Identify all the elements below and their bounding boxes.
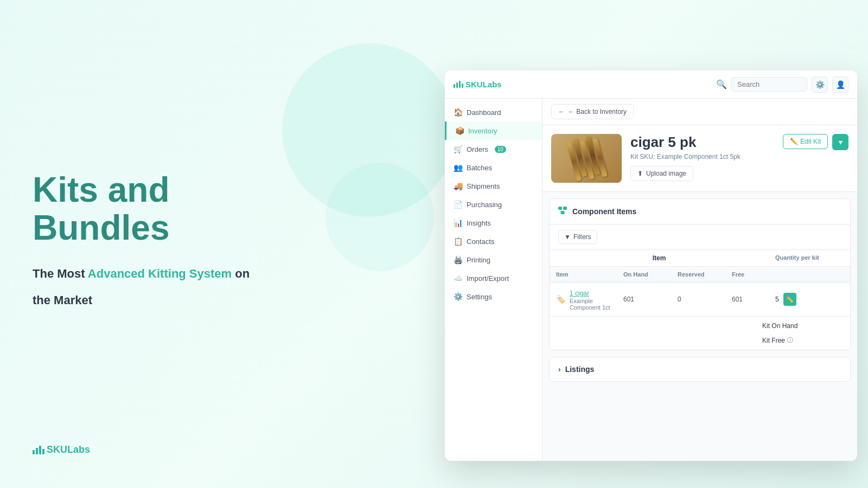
subtitle-normal: The Most bbox=[33, 266, 88, 280]
sidebar-item-inventory[interactable]: 📦 Inventory bbox=[445, 121, 542, 140]
app-bar-2 bbox=[456, 82, 458, 88]
sidebar-label-orders: Orders bbox=[467, 145, 488, 153]
filter-icon: ▼ bbox=[564, 233, 571, 241]
app-bar-3 bbox=[459, 81, 461, 88]
sidebar-item-settings[interactable]: ⚙️ Settings bbox=[445, 287, 542, 306]
bottom-logo: SKULabs bbox=[33, 444, 90, 455]
app-logo-bars bbox=[454, 81, 463, 88]
sidebar-item-dashboard[interactable]: 🏠 Dashboard bbox=[445, 103, 542, 121]
upload-btn-label: Upload image bbox=[646, 170, 686, 177]
col-free: Free bbox=[725, 267, 769, 282]
dashboard-icon: 🏠 bbox=[454, 108, 462, 117]
kit-on-hand-label: Kit On Hand bbox=[762, 320, 844, 332]
listings-section: › Listings bbox=[549, 357, 851, 382]
sidebar-label-dashboard: Dashboard bbox=[467, 108, 501, 117]
kit-free-row: Kit Free ⓘ bbox=[556, 334, 844, 346]
item-sub-text: Example Component 1ct bbox=[570, 298, 610, 311]
edit-kit-button[interactable]: ✏️ Edit Kit bbox=[783, 134, 828, 149]
kit-free-text: Kit Free bbox=[762, 337, 785, 344]
app-body: 🏠 Dashboard 📦 Inventory 🛒 Orders 10 👥 Ba… bbox=[445, 99, 857, 461]
kit-free-info-icon[interactable]: ⓘ bbox=[787, 336, 793, 344]
component-icon bbox=[558, 207, 568, 216]
sidebar-item-printing[interactable]: 🖨️ Printing bbox=[445, 251, 542, 269]
search-icon[interactable]: 🔍 bbox=[716, 79, 727, 89]
logo-labs: Labs bbox=[67, 444, 90, 455]
back-to-inventory-button[interactable]: ← ← Back to Inventory bbox=[551, 104, 634, 119]
kit-title: cigar 5 pk bbox=[630, 134, 774, 151]
sidebar-label-purchasing: Purchasing bbox=[467, 201, 502, 209]
kit-info: cigar 5 pk Kit SKU: Example Component 1c… bbox=[630, 134, 774, 181]
edit-qty-button[interactable]: ✏️ bbox=[783, 293, 796, 306]
sidebar-label-contacts: Contacts bbox=[467, 237, 494, 246]
tag-icon: 🏷️ bbox=[556, 295, 565, 304]
sidebar-item-import-export[interactable]: ☁️ Import/Export bbox=[445, 269, 542, 287]
svg-rect-0 bbox=[558, 207, 562, 210]
kit-on-hand-row: Kit On Hand bbox=[556, 320, 844, 332]
edit-icon: ✏️ bbox=[790, 138, 798, 145]
sidebar-label-settings: Settings bbox=[467, 293, 492, 301]
sidebar-item-batches[interactable]: 👥 Batches bbox=[445, 158, 542, 177]
inventory-icon: 📦 bbox=[455, 126, 464, 135]
row-item-cell: 🏷️ 1 cigar Example Component 1ct bbox=[550, 282, 617, 316]
sidebar-item-purchasing[interactable]: 📄 Purchasing bbox=[445, 195, 542, 214]
logo-bar-3 bbox=[39, 446, 41, 454]
printing-icon: 🖨️ bbox=[454, 255, 462, 264]
svg-rect-2 bbox=[561, 211, 565, 214]
sidebar-item-insights[interactable]: 📊 Insights bbox=[445, 214, 542, 232]
kit-sku-value: Example Component 1ct 5pk bbox=[657, 153, 741, 160]
sidebar-label-shipments: Shipments bbox=[467, 182, 500, 190]
sidebar-label-printing: Printing bbox=[467, 256, 490, 264]
main-content: ← ← Back to Inventory ci bbox=[542, 99, 857, 461]
col-reserved: Reserved bbox=[671, 267, 725, 282]
top-bar: SKULabs 🔍 ⚙️ 👤 bbox=[445, 70, 857, 99]
user-icon-btn[interactable]: 👤 bbox=[832, 76, 848, 93]
app-logo-sku: SKU bbox=[465, 80, 483, 89]
edit-kit-label: Edit Kit bbox=[800, 138, 821, 145]
row-free: 601 bbox=[725, 290, 769, 309]
logo-sku: SKU bbox=[47, 444, 67, 455]
contacts-icon: 📋 bbox=[454, 237, 462, 246]
row-qty-value: 5 bbox=[775, 296, 779, 303]
logo-bar-2 bbox=[36, 448, 38, 454]
filters-button[interactable]: ▼ Filters bbox=[558, 230, 597, 244]
kit-actions: ✏️ Edit Kit ▾ bbox=[783, 134, 848, 150]
upload-image-button[interactable]: ⬆ Upload image bbox=[630, 166, 693, 181]
kit-sku: Kit SKU: Example Component 1ct 5pk bbox=[630, 153, 774, 160]
more-actions-button[interactable]: ▾ bbox=[832, 134, 848, 150]
col-qty-per-kit bbox=[769, 267, 850, 282]
search-input[interactable] bbox=[731, 77, 807, 92]
sidebar: 🏠 Dashboard 📦 Inventory 🛒 Orders 10 👥 Ba… bbox=[445, 99, 542, 461]
app-bar-4 bbox=[462, 84, 463, 88]
item-name-link[interactable]: 1 cigar bbox=[570, 290, 589, 297]
sidebar-item-orders[interactable]: 🛒 Orders 10 bbox=[445, 140, 542, 158]
col-on-hand: On Hand bbox=[617, 267, 671, 282]
logo-bars bbox=[33, 446, 44, 454]
qty-col-header: Quantity per kit bbox=[769, 250, 850, 266]
app-bar-1 bbox=[454, 84, 455, 88]
settings-nav-icon: ⚙️ bbox=[454, 292, 462, 301]
hero-title: Kits and Bundles bbox=[33, 171, 304, 247]
listings-chevron-icon: › bbox=[558, 365, 561, 374]
listings-title: Listings bbox=[565, 365, 595, 374]
purchasing-icon: 📄 bbox=[454, 200, 462, 209]
import-export-icon: ☁️ bbox=[454, 274, 462, 282]
table-sub-headers: Item On Hand Reserved Free bbox=[550, 267, 850, 282]
listings-header[interactable]: › Listings bbox=[550, 357, 850, 381]
app-logo-text: SKULabs bbox=[465, 80, 502, 89]
sidebar-label-batches: Batches bbox=[467, 164, 492, 172]
kit-sku-label: Kit SKU: bbox=[630, 153, 655, 160]
orders-icon: 🛒 bbox=[454, 145, 462, 153]
row-qty-cell: 5 ✏️ bbox=[769, 287, 850, 311]
sidebar-item-shipments[interactable]: 🚚 Shipments bbox=[445, 177, 542, 195]
back-button-label: ← Back to Inventory bbox=[568, 108, 627, 115]
app-window: SKULabs 🔍 ⚙️ 👤 🏠 Dashboard 📦 Inventory bbox=[445, 70, 857, 461]
sidebar-item-contacts[interactable]: 📋 Contacts bbox=[445, 232, 542, 251]
settings-icon-btn[interactable]: ⚙️ bbox=[812, 76, 828, 93]
search-area: 🔍 bbox=[716, 77, 807, 92]
sidebar-label-inventory: Inventory bbox=[468, 127, 497, 135]
app-logo: SKULabs bbox=[454, 80, 502, 89]
table-row: 🏷️ 1 cigar Example Component 1ct 601 0 6… bbox=[550, 282, 850, 317]
orders-badge: 10 bbox=[495, 146, 506, 153]
svg-rect-1 bbox=[563, 207, 567, 210]
bottom-logo-text: SKULabs bbox=[47, 444, 90, 455]
